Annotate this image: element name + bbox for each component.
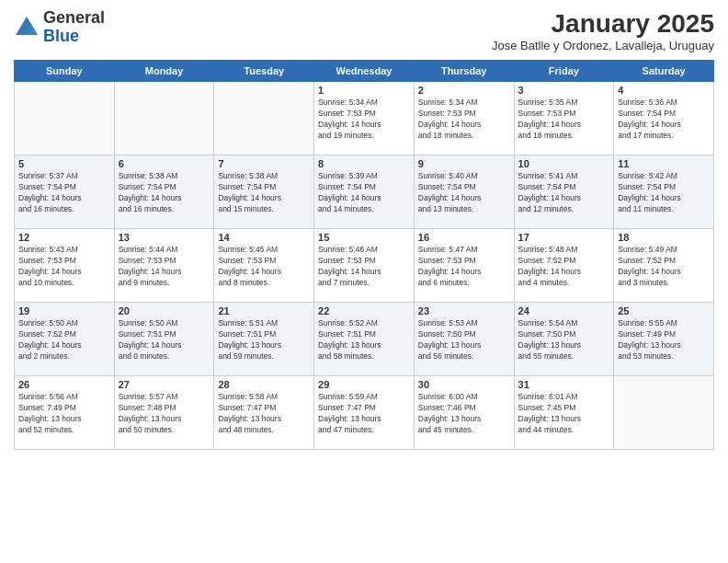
day-cell: 27Sunrise: 5:57 AM Sunset: 7:48 PM Dayli… xyxy=(114,376,214,450)
day-number: 14 xyxy=(218,232,310,243)
day-cell: 9Sunrise: 5:40 AM Sunset: 7:54 PM Daylig… xyxy=(414,155,514,229)
day-number: 31 xyxy=(518,379,610,390)
day-number: 9 xyxy=(418,158,510,169)
location-title: Jose Batlle y Ordonez, Lavalleja, Urugua… xyxy=(492,39,714,52)
day-cell: 22Sunrise: 5:52 AM Sunset: 7:51 PM Dayli… xyxy=(314,303,415,376)
day-info: Sunrise: 5:43 AM Sunset: 7:53 PM Dayligh… xyxy=(18,245,110,289)
day-number: 4 xyxy=(618,85,710,96)
logo: General Blue xyxy=(14,9,105,46)
day-cell: 17Sunrise: 5:48 AM Sunset: 7:52 PM Dayli… xyxy=(514,229,614,303)
day-cell xyxy=(614,376,714,450)
day-number: 5 xyxy=(18,158,110,169)
week-row-4: 19Sunrise: 5:50 AM Sunset: 7:52 PM Dayli… xyxy=(15,303,714,376)
header: General Blue January 2025 Jose Batlle y … xyxy=(14,9,714,52)
day-cell: 16Sunrise: 5:47 AM Sunset: 7:53 PM Dayli… xyxy=(414,229,514,303)
day-info: Sunrise: 5:50 AM Sunset: 7:51 PM Dayligh… xyxy=(119,318,210,362)
day-cell: 21Sunrise: 5:51 AM Sunset: 7:51 PM Dayli… xyxy=(214,303,314,376)
day-cell: 15Sunrise: 5:46 AM Sunset: 7:53 PM Dayli… xyxy=(314,229,415,303)
day-number: 21 xyxy=(218,305,310,316)
day-cell: 18Sunrise: 5:49 AM Sunset: 7:52 PM Dayli… xyxy=(614,229,714,303)
day-cell: 23Sunrise: 5:53 AM Sunset: 7:50 PM Dayli… xyxy=(414,303,514,376)
day-info: Sunrise: 6:01 AM Sunset: 7:45 PM Dayligh… xyxy=(518,392,610,436)
day-cell: 6Sunrise: 5:38 AM Sunset: 7:54 PM Daylig… xyxy=(114,155,214,229)
logo-blue-text: Blue xyxy=(43,27,79,45)
day-info: Sunrise: 5:36 AM Sunset: 7:54 PM Dayligh… xyxy=(618,98,710,142)
day-number: 23 xyxy=(418,305,510,316)
day-info: Sunrise: 5:49 AM Sunset: 7:52 PM Dayligh… xyxy=(618,245,710,289)
day-cell: 2Sunrise: 5:34 AM Sunset: 7:53 PM Daylig… xyxy=(414,82,514,155)
day-number: 11 xyxy=(618,158,710,169)
week-row-1: 1Sunrise: 5:34 AM Sunset: 7:53 PM Daylig… xyxy=(15,82,714,155)
day-info: Sunrise: 5:45 AM Sunset: 7:53 PM Dayligh… xyxy=(218,245,310,289)
day-cell: 13Sunrise: 5:44 AM Sunset: 7:53 PM Dayli… xyxy=(114,229,214,303)
week-row-3: 12Sunrise: 5:43 AM Sunset: 7:53 PM Dayli… xyxy=(15,229,714,303)
day-cell: 7Sunrise: 5:38 AM Sunset: 7:54 PM Daylig… xyxy=(214,155,314,229)
day-number: 2 xyxy=(418,85,510,96)
logo-icon xyxy=(14,15,40,40)
day-info: Sunrise: 5:51 AM Sunset: 7:51 PM Dayligh… xyxy=(218,318,310,362)
header-row: Sunday Monday Tuesday Wednesday Thursday… xyxy=(15,61,714,82)
day-number: 7 xyxy=(218,158,310,169)
day-number: 29 xyxy=(318,379,410,390)
day-cell: 5Sunrise: 5:37 AM Sunset: 7:54 PM Daylig… xyxy=(15,155,115,229)
day-cell: 20Sunrise: 5:50 AM Sunset: 7:51 PM Dayli… xyxy=(114,303,214,376)
day-info: Sunrise: 5:56 AM Sunset: 7:49 PM Dayligh… xyxy=(18,392,110,436)
col-saturday: Saturday xyxy=(614,61,714,82)
day-info: Sunrise: 5:44 AM Sunset: 7:53 PM Dayligh… xyxy=(119,245,210,289)
day-number: 24 xyxy=(518,305,610,316)
day-cell: 14Sunrise: 5:45 AM Sunset: 7:53 PM Dayli… xyxy=(214,229,314,303)
day-info: Sunrise: 5:52 AM Sunset: 7:51 PM Dayligh… xyxy=(318,318,410,362)
day-info: Sunrise: 6:00 AM Sunset: 7:46 PM Dayligh… xyxy=(418,392,510,436)
day-info: Sunrise: 5:41 AM Sunset: 7:54 PM Dayligh… xyxy=(518,171,610,215)
col-wednesday: Wednesday xyxy=(314,61,415,82)
day-info: Sunrise: 5:50 AM Sunset: 7:52 PM Dayligh… xyxy=(18,318,110,362)
day-cell xyxy=(214,82,314,155)
col-sunday: Sunday xyxy=(15,61,115,82)
day-cell: 24Sunrise: 5:54 AM Sunset: 7:50 PM Dayli… xyxy=(514,303,614,376)
day-number: 20 xyxy=(119,305,210,316)
day-info: Sunrise: 5:35 AM Sunset: 7:53 PM Dayligh… xyxy=(518,98,610,142)
day-info: Sunrise: 5:34 AM Sunset: 7:53 PM Dayligh… xyxy=(418,98,510,142)
day-cell: 29Sunrise: 5:59 AM Sunset: 7:47 PM Dayli… xyxy=(314,376,415,450)
day-cell: 28Sunrise: 5:58 AM Sunset: 7:47 PM Dayli… xyxy=(214,376,314,450)
day-info: Sunrise: 5:57 AM Sunset: 7:48 PM Dayligh… xyxy=(119,392,210,436)
week-row-2: 5Sunrise: 5:37 AM Sunset: 7:54 PM Daylig… xyxy=(15,155,714,229)
day-info: Sunrise: 5:59 AM Sunset: 7:47 PM Dayligh… xyxy=(318,392,410,436)
day-info: Sunrise: 5:37 AM Sunset: 7:54 PM Dayligh… xyxy=(18,171,110,215)
day-cell: 11Sunrise: 5:42 AM Sunset: 7:54 PM Dayli… xyxy=(614,155,714,229)
day-info: Sunrise: 5:39 AM Sunset: 7:54 PM Dayligh… xyxy=(318,171,410,215)
col-thursday: Thursday xyxy=(414,61,514,82)
day-number: 26 xyxy=(18,379,110,390)
title-block: January 2025 Jose Batlle y Ordonez, Lava… xyxy=(492,9,714,52)
day-number: 16 xyxy=(418,232,510,243)
day-number: 17 xyxy=(518,232,610,243)
day-info: Sunrise: 5:55 AM Sunset: 7:49 PM Dayligh… xyxy=(618,318,710,362)
day-number: 15 xyxy=(318,232,410,243)
day-info: Sunrise: 5:53 AM Sunset: 7:50 PM Dayligh… xyxy=(418,318,510,362)
day-number: 10 xyxy=(518,158,610,169)
week-row-5: 26Sunrise: 5:56 AM Sunset: 7:49 PM Dayli… xyxy=(15,376,714,450)
day-info: Sunrise: 5:42 AM Sunset: 7:54 PM Dayligh… xyxy=(618,171,710,215)
day-info: Sunrise: 5:38 AM Sunset: 7:54 PM Dayligh… xyxy=(218,171,310,215)
day-number: 30 xyxy=(418,379,510,390)
day-info: Sunrise: 5:54 AM Sunset: 7:50 PM Dayligh… xyxy=(518,318,610,362)
col-monday: Monday xyxy=(114,61,214,82)
logo-general-text: General xyxy=(43,8,105,27)
day-cell: 12Sunrise: 5:43 AM Sunset: 7:53 PM Dayli… xyxy=(15,229,115,303)
day-cell: 3Sunrise: 5:35 AM Sunset: 7:53 PM Daylig… xyxy=(514,82,614,155)
day-cell: 8Sunrise: 5:39 AM Sunset: 7:54 PM Daylig… xyxy=(314,155,415,229)
page: General Blue January 2025 Jose Batlle y … xyxy=(0,0,728,563)
day-number: 13 xyxy=(119,232,210,243)
day-info: Sunrise: 5:46 AM Sunset: 7:53 PM Dayligh… xyxy=(318,245,410,289)
day-cell: 31Sunrise: 6:01 AM Sunset: 7:45 PM Dayli… xyxy=(514,376,614,450)
day-cell: 30Sunrise: 6:00 AM Sunset: 7:46 PM Dayli… xyxy=(414,376,514,450)
day-number: 18 xyxy=(618,232,710,243)
day-cell: 19Sunrise: 5:50 AM Sunset: 7:52 PM Dayli… xyxy=(15,303,115,376)
day-info: Sunrise: 5:40 AM Sunset: 7:54 PM Dayligh… xyxy=(418,171,510,215)
day-number: 27 xyxy=(119,379,210,390)
day-number: 12 xyxy=(18,232,110,243)
col-friday: Friday xyxy=(514,61,614,82)
day-cell: 25Sunrise: 5:55 AM Sunset: 7:49 PM Dayli… xyxy=(614,303,714,376)
day-info: Sunrise: 5:58 AM Sunset: 7:47 PM Dayligh… xyxy=(218,392,310,436)
day-cell: 4Sunrise: 5:36 AM Sunset: 7:54 PM Daylig… xyxy=(614,82,714,155)
